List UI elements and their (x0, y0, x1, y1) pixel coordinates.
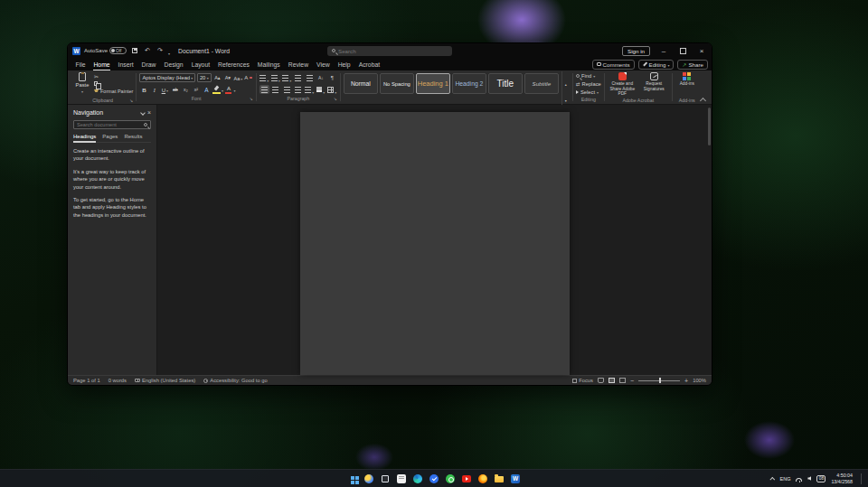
autosave-control[interactable]: AutoSave Off (84, 47, 127, 54)
font-color-button[interactable] (224, 85, 235, 94)
accessibility-checker[interactable]: Accessibility: Good to go (203, 378, 267, 383)
justify-button[interactable] (293, 85, 303, 94)
zoom-in-button[interactable]: + (684, 378, 688, 384)
font-size-select[interactable]: 20 (197, 73, 212, 82)
gallery-down-button[interactable] (565, 89, 567, 106)
replace-button[interactable]: Replace (576, 80, 601, 88)
search-box[interactable] (327, 46, 452, 56)
borders-button[interactable] (327, 85, 337, 94)
style-heading-1[interactable]: Heading 1 (416, 73, 450, 94)
select-button[interactable]: Select (576, 89, 601, 96)
nav-tab-pages[interactable]: Pages (102, 134, 118, 140)
tab-design[interactable]: Design (160, 58, 187, 70)
style-normal[interactable]: Normal (344, 73, 378, 94)
volume-icon[interactable] (807, 476, 811, 481)
scrollbar-thumb[interactable] (708, 108, 711, 145)
customize-qat-caret-icon[interactable] (168, 42, 170, 59)
font-dialog-launcher[interactable] (250, 98, 253, 102)
tab-view[interactable]: View (313, 58, 335, 70)
shrink-font-button[interactable] (223, 73, 232, 82)
bold-button[interactable] (139, 85, 148, 94)
nav-tab-headings[interactable]: Headings (73, 134, 96, 140)
network-icon[interactable] (796, 478, 802, 482)
font-name-select[interactable]: Aptos Display (Head (139, 73, 195, 82)
autosave-toggle[interactable]: Off (109, 47, 127, 54)
italic-button[interactable] (150, 85, 159, 94)
firefox-app-button[interactable] (476, 473, 489, 485)
tab-insert[interactable]: Insert (114, 58, 137, 70)
sign-in-button[interactable]: Sign in (622, 46, 650, 56)
read-mode-button[interactable] (598, 378, 604, 383)
minimize-button[interactable] (658, 44, 669, 57)
vertical-scrollbar[interactable] (707, 108, 711, 372)
superscript-button[interactable] (192, 85, 201, 94)
shading-button[interactable] (316, 85, 326, 94)
tab-file[interactable]: File (71, 58, 90, 70)
zoom-level[interactable]: 100% (693, 378, 706, 383)
document-canvas[interactable] (157, 105, 712, 375)
cut-button[interactable] (94, 73, 133, 80)
task-view-button[interactable] (379, 473, 392, 485)
find-button[interactable]: Find (576, 72, 601, 80)
multilevel-list-button[interactable] (282, 73, 292, 82)
underline-button[interactable] (160, 85, 169, 94)
search-input[interactable] (338, 48, 448, 54)
navigation-close-button[interactable] (147, 109, 151, 116)
create-share-pdf-button[interactable]: Create and Share Adobe PDF (608, 71, 637, 97)
paste-button[interactable]: Paste (72, 71, 92, 94)
print-layout-button[interactable] (609, 378, 615, 383)
whatsapp-app-button[interactable] (444, 473, 457, 485)
taskbar-clock[interactable]: 4:50:04 13/4/2568 (831, 473, 853, 485)
tab-help[interactable]: Help (334, 58, 354, 70)
redo-button[interactable] (156, 46, 165, 55)
style-title[interactable]: Title (488, 73, 523, 94)
notepad-app-button[interactable] (395, 473, 408, 485)
show-desktop-button[interactable] (861, 473, 863, 484)
tab-acrobat[interactable]: Acrobat (354, 58, 383, 70)
paragraph-dialog-launcher[interactable] (334, 98, 337, 102)
strikethrough-button[interactable] (171, 85, 180, 94)
tab-layout[interactable]: Layout (187, 58, 213, 70)
language-indicator[interactable]: English (United States) (135, 378, 195, 383)
todo-app-button[interactable] (428, 473, 440, 485)
tab-review[interactable]: Review (284, 58, 312, 70)
clear-formatting-button[interactable] (244, 73, 253, 82)
line-spacing-button[interactable] (305, 85, 315, 94)
zoom-slider-thumb[interactable] (659, 378, 661, 383)
web-layout-button[interactable] (619, 378, 626, 383)
numbering-button[interactable] (270, 73, 280, 82)
tab-references[interactable]: References (214, 58, 254, 70)
zoom-slider[interactable] (638, 378, 680, 384)
align-center-button[interactable] (270, 85, 280, 94)
navigation-search-input[interactable] (77, 122, 142, 127)
edge-app-button[interactable] (411, 473, 424, 485)
focus-mode-button[interactable]: Focus (572, 378, 593, 383)
start-button[interactable] (346, 473, 359, 485)
text-highlight-button[interactable] (212, 85, 223, 94)
word-count[interactable]: 0 words (108, 378, 127, 383)
close-button[interactable] (696, 44, 707, 57)
youtube-app-button[interactable] (460, 473, 473, 485)
bullets-button[interactable] (259, 73, 269, 82)
word-app-icon[interactable]: W (72, 47, 80, 55)
zoom-out-button[interactable]: − (630, 378, 634, 384)
align-right-button[interactable] (282, 85, 292, 94)
comments-button[interactable]: Comments (592, 60, 635, 70)
maximize-button[interactable] (677, 44, 688, 57)
widgets-button[interactable] (363, 473, 375, 485)
document-page[interactable] (300, 112, 570, 375)
decrease-indent-button[interactable] (293, 73, 303, 82)
notification-badge[interactable]: 08 (816, 475, 826, 482)
style-subtitle[interactable]: Subtitle (524, 73, 559, 94)
style-heading-2[interactable]: Heading 2 (452, 73, 486, 94)
align-left-button[interactable] (259, 85, 269, 94)
text-effects-button[interactable] (202, 85, 211, 94)
editing-mode-button[interactable]: Editing (638, 60, 675, 70)
page-indicator[interactable]: Page 1 of 1 (73, 378, 100, 383)
nav-tab-results[interactable]: Results (124, 134, 142, 140)
tab-mailings[interactable]: Mailings (253, 58, 284, 70)
change-case-button[interactable] (233, 73, 242, 82)
language-switcher[interactable]: ENG (780, 476, 791, 482)
share-button[interactable]: Share (677, 60, 708, 70)
addins-button[interactable]: Add-ins (675, 71, 699, 87)
